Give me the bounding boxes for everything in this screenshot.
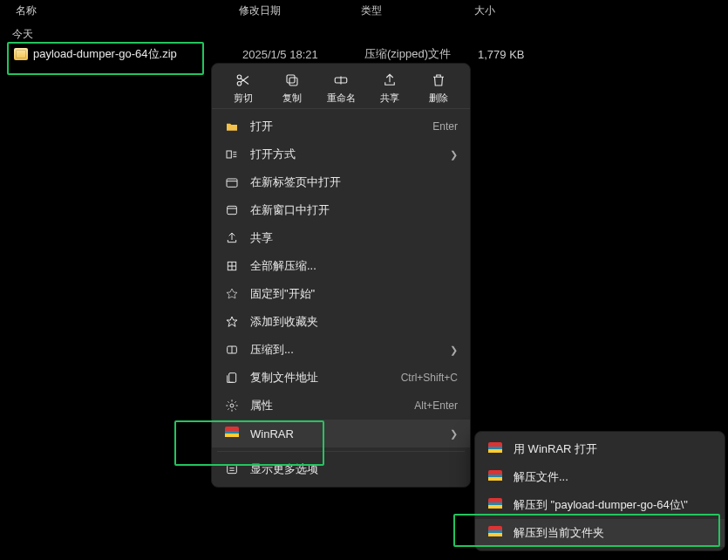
winrar-icon <box>487 497 503 513</box>
file-size: 1,779 KB <box>478 48 548 61</box>
menu-share[interactable]: 共享 <box>212 224 470 252</box>
menu-more-options[interactable]: 显示更多选项 <box>212 455 470 483</box>
more-icon <box>224 461 240 477</box>
col-name[interactable]: 名称 <box>16 3 239 18</box>
menu-copy-path[interactable]: 复制文件地址 Ctrl+Shift+C <box>212 364 470 392</box>
column-headers: 名称 修改日期 类型 大小 <box>0 0 728 24</box>
svg-rect-10 <box>229 373 236 383</box>
svg-point-11 <box>230 404 234 407</box>
scissors-icon <box>235 72 251 88</box>
menu-open-with[interactable]: 打开方式 ❯ <box>212 140 470 168</box>
col-type[interactable]: 类型 <box>361 3 474 18</box>
col-date[interactable]: 修改日期 <box>239 3 361 18</box>
chevron-right-icon: ❯ <box>449 345 458 356</box>
star-icon <box>224 314 240 330</box>
extract-icon <box>224 258 240 274</box>
open-with-icon <box>224 147 240 162</box>
submenu-open-with-winrar[interactable]: 用 WinRAR 打开 <box>475 435 725 463</box>
compress-icon <box>224 342 240 358</box>
svg-rect-12 <box>228 465 237 473</box>
properties-icon <box>224 398 240 413</box>
winrar-submenu: 用 WinRAR 打开 解压文件... 解压到 "payload-dumper-… <box>474 431 725 551</box>
file-name: payload-dumper-go-64位.zip <box>33 46 242 62</box>
menu-open-new-tab[interactable]: 在新标签页中打开 <box>212 168 470 196</box>
group-today[interactable]: 今天 <box>0 24 728 44</box>
submenu-extract-here[interactable]: 解压到当前文件夹 <box>475 519 725 547</box>
menu-properties[interactable]: 属性 Alt+Enter <box>212 392 470 420</box>
file-list-pane: 名称 修改日期 类型 大小 今天 payload-dumper-go-64位.z… <box>0 0 728 65</box>
svg-rect-5 <box>227 151 231 158</box>
chevron-right-icon: ❯ <box>449 149 458 160</box>
copy-icon <box>284 72 300 88</box>
menu-add-favorites[interactable]: 添加到收藏夹 <box>212 308 470 336</box>
rename-icon <box>333 72 349 88</box>
trash-icon <box>431 72 446 88</box>
folder-open-icon <box>224 119 240 134</box>
share-icon <box>382 72 398 88</box>
winrar-icon <box>487 441 503 457</box>
winrar-icon <box>224 426 240 441</box>
copy-button[interactable]: 复制 <box>271 72 313 105</box>
rename-button[interactable]: 重命名 <box>320 72 362 105</box>
svg-rect-2 <box>289 78 297 85</box>
copy-path-icon <box>224 370 240 386</box>
menu-open[interactable]: 打开 Enter <box>212 113 470 140</box>
cut-button[interactable]: 剪切 <box>222 72 264 105</box>
context-menu: 剪切 复制 重命名 共享 删除 打开 Enter 打开方式 ❯ 在新标签页中打开 <box>211 63 471 488</box>
menu-extract-all[interactable]: 全部解压缩... <box>212 252 470 280</box>
menu-winrar[interactable]: WinRAR ❯ <box>212 420 470 447</box>
action-row: 剪切 复制 重命名 共享 删除 <box>212 67 470 109</box>
pin-icon <box>224 286 240 302</box>
window-icon <box>224 202 240 218</box>
file-row[interactable]: payload-dumper-go-64位.zip 2025/1/5 18:21… <box>0 44 728 65</box>
menu-open-new-window[interactable]: 在新窗口中打开 <box>212 196 470 224</box>
submenu-extract-files[interactable]: 解压文件... <box>475 463 725 491</box>
submenu-extract-to[interactable]: 解压到 "payload-dumper-go-64位\" <box>475 491 725 519</box>
svg-rect-7 <box>228 206 237 214</box>
file-type: 压缩(zipped)文件 <box>364 46 478 62</box>
delete-button[interactable]: 删除 <box>418 72 459 105</box>
file-date: 2025/1/5 18:21 <box>242 48 364 61</box>
menu-pin-start[interactable]: 固定到"开始" <box>212 280 470 308</box>
menu-compress-to[interactable]: 压缩到... ❯ <box>212 336 470 364</box>
winrar-icon <box>487 469 503 485</box>
winrar-icon <box>487 525 503 541</box>
svg-rect-6 <box>227 179 237 187</box>
menu-separator <box>217 451 465 452</box>
tab-icon <box>224 174 240 190</box>
share-small-icon <box>224 230 240 246</box>
chevron-right-icon: ❯ <box>449 428 458 440</box>
col-size[interactable]: 大小 <box>474 3 544 18</box>
zip-file-icon <box>14 48 28 60</box>
svg-rect-3 <box>287 75 295 83</box>
share-button[interactable]: 共享 <box>369 72 411 105</box>
